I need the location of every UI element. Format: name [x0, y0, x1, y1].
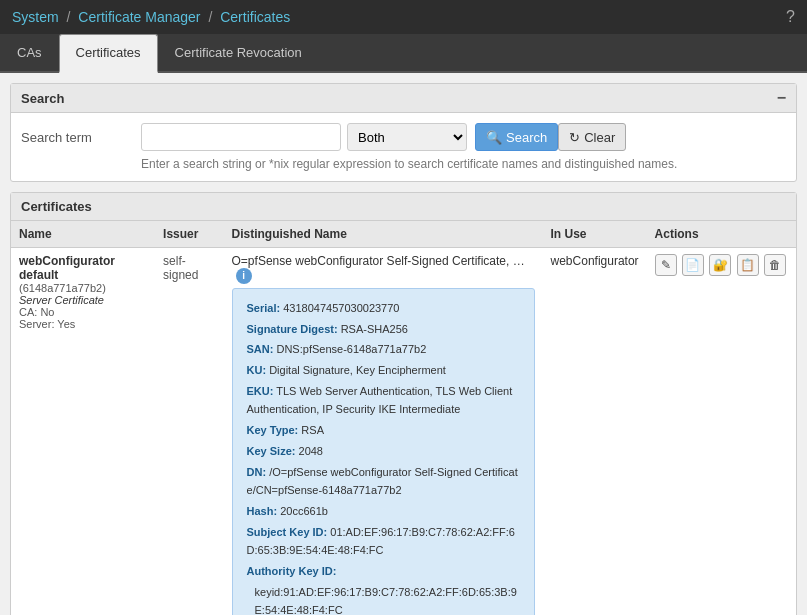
delete-button[interactable]: 🗑 [764, 254, 786, 276]
detail-key-type-label: Key Type: [247, 424, 299, 436]
detail-eku: EKU: TLS Web Server Authentication, TLS … [247, 382, 520, 419]
tabs-bar: CAs Certificates Certificate Revocation [0, 34, 807, 73]
detail-eku-value: TLS Web Server Authentication, TLS Web C… [247, 385, 513, 416]
detail-key-size-value: 2048 [299, 445, 323, 457]
search-button[interactable]: 🔍 Search [475, 123, 558, 151]
detail-authority-key-id: Authority Key ID: [247, 562, 520, 581]
cert-name: webConfigurator default [19, 254, 147, 282]
table-row: webConfigurator default (6148a771a77b2) … [11, 248, 796, 616]
detail-authority-key-id-label: Authority Key ID: [247, 565, 337, 577]
tab-certificates[interactable]: Certificates [59, 34, 158, 73]
cert-dn-text: O=pfSense webConfigurator Self-Signed Ce… [232, 254, 532, 268]
detail-key-size: Key Size: 2048 [247, 442, 520, 461]
search-icon: 🔍 [486, 130, 502, 145]
cert-type: Server Certificate [19, 294, 147, 306]
cert-info-icon[interactable]: i [236, 268, 252, 284]
detail-key-type: Key Type: RSA [247, 421, 520, 440]
export-cert-button[interactable]: 📄 [682, 254, 704, 276]
export-key-button[interactable]: 🔐 [709, 254, 731, 276]
search-type-select[interactable]: Both Name Distinguished Name [347, 123, 467, 151]
tab-cas[interactable]: CAs [0, 34, 59, 71]
detail-subject-key-id: Subject Key ID: 01:AD:EF:96:17:B9:C7:78:… [247, 523, 520, 560]
server-value: Yes [57, 318, 75, 330]
server-label: Server: [19, 318, 54, 330]
breadcrumb-sep2: / [208, 9, 212, 25]
certificates-section: Certificates Name Issuer Distinguished N… [10, 192, 797, 615]
breadcrumb-current: Certificates [220, 9, 290, 25]
reset-icon: ↻ [569, 130, 580, 145]
tab-cert-revocation[interactable]: Certificate Revocation [158, 34, 319, 71]
breadcrumb-cert-manager[interactable]: Certificate Manager [78, 9, 200, 25]
detail-sig-value: RSA-SHA256 [341, 323, 408, 335]
cert-detail-popup: Serial: 4318047457030023770 Signature Di… [232, 288, 535, 615]
search-title: Search [21, 91, 64, 106]
copy-button[interactable]: 📋 [737, 254, 759, 276]
certificates-header: Certificates [11, 193, 796, 221]
detail-ku-value: Digital Signature, Key Encipherment [269, 364, 446, 376]
header: System / Certificate Manager / Certifica… [0, 0, 807, 34]
cert-issuer: self-signed [163, 254, 198, 282]
certificates-table: Name Issuer Distinguished Name In Use Ac… [11, 221, 796, 615]
help-icon[interactable]: ? [786, 8, 795, 26]
search-body: Search term Both Name Distinguished Name… [11, 113, 796, 181]
breadcrumb: System / Certificate Manager / Certifica… [12, 9, 290, 25]
detail-dn-value: /O=pfSense webConfigurator Self-Signed C… [247, 466, 518, 497]
edit-button[interactable]: ✎ [655, 254, 677, 276]
detail-hash-value: 20cc661b [280, 505, 328, 517]
cert-in-use-cell: webConfigurator [543, 248, 647, 616]
detail-authority-key-id-keyid: keyid:91:AD:EF:96:17:B9:C7:78:62:A2:FF:6… [247, 583, 520, 615]
search-hint: Enter a search string or *nix regular ex… [21, 157, 786, 171]
detail-hash: Hash: 20cc661b [247, 502, 520, 521]
detail-subject-key-id-label: Subject Key ID: [247, 526, 328, 538]
detail-serial-value: 4318047457030023770 [283, 302, 399, 314]
col-name: Name [11, 221, 155, 248]
cert-name-cell: webConfigurator default (6148a771a77b2) … [11, 248, 155, 616]
detail-serial-label: Serial: [247, 302, 281, 314]
detail-sig-digest: Signature Digest: RSA-SHA256 [247, 320, 520, 339]
col-issuer: Issuer [155, 221, 223, 248]
cert-cn: (6148a771a77b2) [19, 282, 147, 294]
detail-san-label: SAN: [247, 343, 274, 355]
cert-ca: CA: No [19, 306, 147, 318]
breadcrumb-system[interactable]: System [12, 9, 59, 25]
search-header: Search − [11, 84, 796, 113]
detail-authority-keyid-val: keyid:91:AD:EF:96:17:B9:C7:78:62:A2:FF:6… [255, 586, 517, 615]
detail-san-value: DNS:pfSense-6148a771a77b2 [276, 343, 426, 355]
detail-ku: KU: Digital Signature, Key Encipherment [247, 361, 520, 380]
col-actions: Actions [647, 221, 796, 248]
detail-serial: Serial: 4318047457030023770 [247, 299, 520, 318]
detail-eku-label: EKU: [247, 385, 274, 397]
ca-label: CA: [19, 306, 37, 318]
search-section: Search − Search term Both Name Distingui… [10, 83, 797, 182]
cert-in-use: webConfigurator [551, 254, 639, 268]
collapse-icon[interactable]: − [777, 90, 786, 106]
col-in-use: In Use [543, 221, 647, 248]
search-input[interactable] [141, 123, 341, 151]
detail-dn: DN: /O=pfSense webConfigurator Self-Sign… [247, 463, 520, 500]
search-term-label: Search term [21, 130, 141, 145]
detail-ku-label: KU: [247, 364, 267, 376]
cert-dn-cell: O=pfSense webConfigurator Self-Signed Ce… [224, 248, 543, 616]
breadcrumb-sep1: / [67, 9, 71, 25]
detail-san: SAN: DNS:pfSense-6148a771a77b2 [247, 340, 520, 359]
cert-issuer-cell: self-signed [155, 248, 223, 616]
detail-dn-label: DN: [247, 466, 267, 478]
detail-key-size-label: Key Size: [247, 445, 296, 457]
table-header-row: Name Issuer Distinguished Name In Use Ac… [11, 221, 796, 248]
search-row: Search term Both Name Distinguished Name… [21, 123, 786, 151]
detail-sig-label: Signature Digest: [247, 323, 338, 335]
col-distinguished-name: Distinguished Name [224, 221, 543, 248]
detail-hash-label: Hash: [247, 505, 278, 517]
cert-server: Server: Yes [19, 318, 147, 330]
cert-actions-cell: ✎ 📄 🔐 📋 🗑 [647, 248, 796, 616]
detail-key-type-value: RSA [301, 424, 324, 436]
clear-button[interactable]: ↻ Clear [558, 123, 626, 151]
ca-value: No [40, 306, 54, 318]
